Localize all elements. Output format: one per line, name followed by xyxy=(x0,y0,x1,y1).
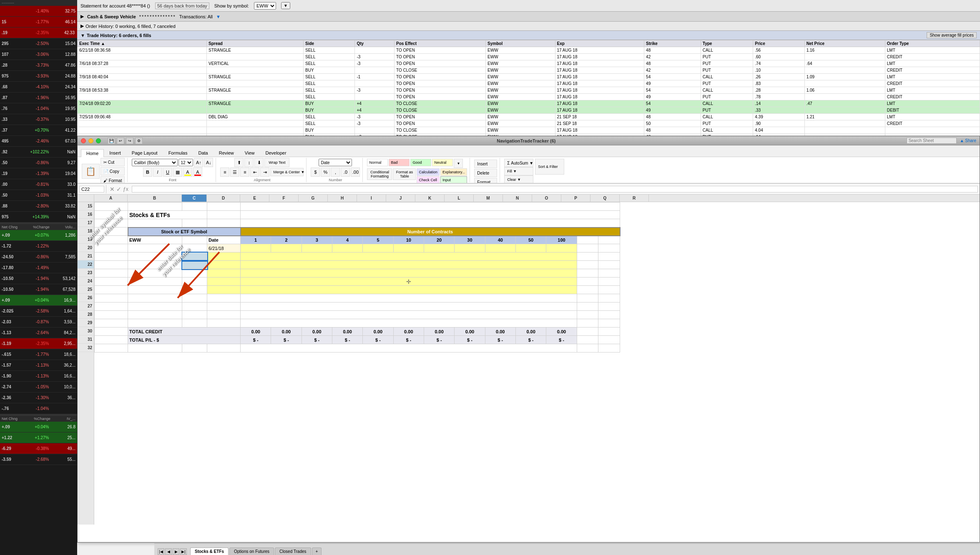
border-btn[interactable]: ▦ xyxy=(173,168,182,177)
col-header-l[interactable]: L xyxy=(445,195,474,202)
ticker-row[interactable]: .28-3.73%47.86 xyxy=(0,60,77,71)
sort-filter-btn[interactable]: Sort & Filter xyxy=(535,159,564,175)
cell-d24[interactable] xyxy=(207,278,241,286)
cell-d22[interactable] xyxy=(207,261,241,269)
cell-e23-rest[interactable] xyxy=(241,269,577,278)
col-header-e[interactable]: E xyxy=(240,195,269,202)
tab-formulas[interactable]: Formulas xyxy=(163,149,193,157)
cell-d15[interactable] xyxy=(207,202,241,211)
cell-c27[interactable] xyxy=(182,302,207,311)
font-color-btn[interactable]: A xyxy=(193,168,202,177)
col-header-b[interactable]: B xyxy=(128,195,182,202)
cell-p25[interactable] xyxy=(577,286,598,294)
cell-i19[interactable]: 5 xyxy=(363,236,393,244)
align-bottom-btn[interactable]: ⬇ xyxy=(254,158,264,167)
cell-d26[interactable] xyxy=(207,294,241,302)
cell-a21[interactable] xyxy=(95,252,128,261)
col-header-o[interactable]: O xyxy=(532,195,561,202)
ticker-row[interactable]: -10.50-1.94%53,142 xyxy=(0,273,77,284)
ticker-row[interactable]: -.76-1.04% xyxy=(0,403,77,414)
cell-a24[interactable] xyxy=(95,278,128,286)
sheet-nav-first[interactable]: |◀ xyxy=(158,548,164,555)
ticker-row[interactable]: -6.29-0.38%49... xyxy=(0,443,77,454)
cell-e20[interactable] xyxy=(241,244,271,252)
row-num-22[interactable]: 22 xyxy=(78,260,94,269)
row-num-16[interactable]: 16 xyxy=(78,210,94,219)
cell-b19-etf-symbol[interactable]: EWW xyxy=(128,236,182,244)
merge-center-btn[interactable]: Merge & Center ▼ xyxy=(270,168,304,176)
cell-q32[interactable] xyxy=(598,344,620,352)
clear-btn[interactable]: Clear ▼ xyxy=(504,175,533,184)
cell-c23[interactable] xyxy=(182,269,207,278)
ticker-row[interactable]: 15-1.77%46.14 xyxy=(0,17,77,28)
font-name-select[interactable]: Calibri (Body) xyxy=(132,159,178,166)
transactions-dropdown[interactable]: ▼ xyxy=(216,14,221,19)
add-sheet-btn[interactable]: + xyxy=(312,548,322,555)
row-num-23[interactable]: 23 xyxy=(78,269,94,277)
cell-b28[interactable] xyxy=(128,311,182,319)
align-left-btn[interactable]: ≡ xyxy=(220,168,229,177)
col-header-h[interactable]: H xyxy=(328,195,357,202)
cancel-formula-icon[interactable]: ✕ xyxy=(110,186,115,192)
cell-d20-date-value[interactable]: 6/21/18 xyxy=(207,244,241,252)
cell-f30[interactable]: 0.00 xyxy=(271,328,302,336)
cell-e30[interactable]: 0.00 xyxy=(241,328,271,336)
symbol-dropdown[interactable]: EWW xyxy=(254,2,276,10)
row-num-26[interactable]: 26 xyxy=(78,294,94,302)
cell-i30[interactable]: 0.00 xyxy=(363,328,393,336)
style-calculation[interactable]: Calculation xyxy=(417,168,440,176)
cell-j30[interactable]: 0.00 xyxy=(393,328,424,336)
cell-a16[interactable] xyxy=(95,211,128,219)
cell-b24[interactable] xyxy=(128,278,182,286)
ticker-row[interactable]: -2.74-1.05%10,0... xyxy=(0,382,77,392)
cell-b31-total-pl[interactable]: TOTAL P/L - $ xyxy=(128,336,241,344)
table-row[interactable]: 7/24/18 09:02:20STRANGLEBUY+4TO CLOSEEWW… xyxy=(78,100,980,107)
cell-q19[interactable] xyxy=(598,236,620,244)
cell-q25[interactable] xyxy=(598,286,620,294)
table-row[interactable]: SELL-3TO OPENEWW17 AUG 1842PUT.60CREDIT xyxy=(78,54,980,60)
tab-developer[interactable]: Developer xyxy=(260,149,291,157)
sheet-nav-prev[interactable]: ◀ xyxy=(165,548,172,555)
cell-c22[interactable] xyxy=(182,261,207,269)
cell-j31[interactable]: $ - xyxy=(393,336,424,344)
table-row[interactable]: BUY+4TO CLOSEEWW17 AUG 1849PUT.33DEBIT xyxy=(78,107,980,114)
col-header-g[interactable]: G xyxy=(299,195,328,202)
cell-f19[interactable]: 2 xyxy=(271,236,302,244)
cell-b30-total-credit[interactable]: TOTAL CREDIT xyxy=(128,328,241,336)
italic-btn[interactable]: I xyxy=(153,168,162,177)
ticker-row[interactable]: 495-2.46%67.03 xyxy=(0,136,77,147)
cell-e26-rest[interactable] xyxy=(241,294,577,302)
autosum-btn[interactable]: Σ AutoSum ▼ xyxy=(504,159,533,167)
cell-f31[interactable]: $ - xyxy=(271,336,302,344)
cell-b27[interactable] xyxy=(128,302,182,311)
share-btn[interactable]: ▲ Share xyxy=(960,138,976,143)
cell-a28[interactable] xyxy=(95,311,128,319)
cell-e28-rest[interactable] xyxy=(241,311,577,319)
col-header-c[interactable]: C xyxy=(182,195,207,202)
cell-a22[interactable] xyxy=(95,261,128,269)
ticker-row[interactable]: .33-0.37%10.95 xyxy=(0,114,77,125)
cell-h20[interactable] xyxy=(332,244,362,252)
cell-k30[interactable]: 0.00 xyxy=(424,328,454,336)
ticker-row[interactable]: 295-2.50%15.04 xyxy=(0,38,77,49)
align-middle-btn[interactable]: ↕ xyxy=(244,158,254,167)
ticker-row[interactable]: .92+102.22%NaN xyxy=(0,147,77,158)
ticker-row[interactable]: .37+0.70%41.22 xyxy=(0,125,77,136)
cell-a27[interactable] xyxy=(95,302,128,311)
cell-d27[interactable] xyxy=(207,302,241,311)
ticker-row[interactable]: 107-3.06%12.88 xyxy=(0,49,77,60)
ticker-row[interactable]: -2.025-2.58%1,64... xyxy=(0,306,77,317)
style-good[interactable]: Good xyxy=(410,159,431,166)
cut-button[interactable]: ✂ Cut xyxy=(101,158,125,166)
row-num-30[interactable]: 30 xyxy=(78,327,94,335)
conditional-format-btn[interactable]: Conditional Formatting xyxy=(367,168,392,180)
cell-o31[interactable]: $ - xyxy=(546,336,577,344)
row-num-25[interactable]: 25 xyxy=(78,285,94,294)
cell-n31[interactable]: $ - xyxy=(515,336,546,344)
col-header-r[interactable]: R xyxy=(620,195,649,202)
close-btn[interactable] xyxy=(81,138,86,143)
cell-b16[interactable]: Stocks & ETFs xyxy=(128,211,207,219)
show-avg-fill-btn[interactable]: Show average fill prices xyxy=(927,32,977,38)
row-num-24[interactable]: 24 xyxy=(78,277,94,285)
cell-e15-r15[interactable] xyxy=(241,202,620,211)
